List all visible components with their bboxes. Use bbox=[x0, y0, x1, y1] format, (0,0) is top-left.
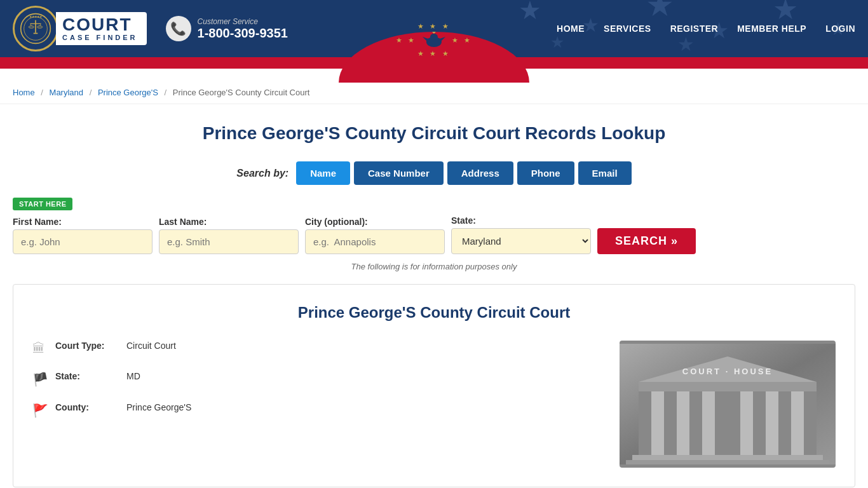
state-group: State: Maryland Alabama Alaska Virginia bbox=[451, 215, 591, 254]
customer-service: 📞 Customer Service 1-800-309-9351 bbox=[166, 16, 288, 41]
court-card: Prince George'S County Circuit Court 🏛 C… bbox=[13, 284, 855, 487]
form-row: First Name: Last Name: City (optional): … bbox=[13, 215, 855, 254]
tab-case-number[interactable]: Case Number bbox=[354, 161, 444, 185]
svg-text:COURT · HOUSE: COURT · HOUSE bbox=[682, 367, 773, 376]
court-image: COURT · HOUSE bbox=[620, 341, 836, 468]
svg-rect-31 bbox=[766, 391, 778, 455]
breadcrumb-maryland[interactable]: Maryland bbox=[50, 88, 83, 97]
logo-subtitle-text: CASE FINDER bbox=[62, 34, 138, 41]
breadcrumb-sep1: / bbox=[41, 88, 43, 97]
svg-rect-32 bbox=[791, 391, 804, 455]
county-value: Prince George'S bbox=[126, 402, 191, 412]
county-item: 🚩 County: Prince George'S bbox=[32, 402, 600, 418]
eagle-stars-left2: ★ ★ bbox=[396, 36, 416, 44]
breadcrumb-home[interactable]: Home bbox=[13, 88, 35, 97]
state-value: MD bbox=[126, 371, 140, 381]
first-name-label: First Name: bbox=[13, 217, 153, 227]
svg-line-8 bbox=[40, 24, 41, 26]
logo-text: COURT CASE FINDER bbox=[56, 12, 147, 45]
search-by-row: Search by: Name Case Number Address Phon… bbox=[13, 161, 855, 185]
phone-info: Customer Service 1-800-309-9351 bbox=[198, 17, 288, 41]
search-button[interactable]: SEARCH » bbox=[597, 228, 696, 254]
svg-text:★: ★ bbox=[550, 33, 564, 51]
court-type-label: Court Type: bbox=[55, 341, 119, 351]
svg-rect-30 bbox=[740, 391, 753, 455]
nav-home[interactable]: HOME bbox=[557, 24, 585, 34]
state-label: State: bbox=[451, 215, 591, 226]
court-house-image: COURT · HOUSE bbox=[620, 344, 836, 464]
svg-text:★: ★ bbox=[519, 0, 541, 24]
eagle-stars-left: ★ ★ ★ bbox=[396, 22, 472, 30]
first-name-group: First Name: bbox=[13, 217, 153, 254]
logo-court-text: COURT bbox=[62, 16, 138, 34]
breadcrumb-county[interactable]: Prince George'S bbox=[98, 88, 158, 97]
tab-email[interactable]: Email bbox=[578, 161, 632, 185]
customer-service-label: Customer Service bbox=[198, 17, 288, 26]
phone-number: 1-800-309-9351 bbox=[198, 26, 288, 41]
logo-area: ★★★★★ COURT CASE FINDER bbox=[13, 6, 147, 51]
nav-login[interactable]: LOGIN bbox=[825, 24, 855, 34]
state-label-detail: State: bbox=[55, 371, 119, 381]
city-group: City (optional): bbox=[305, 217, 445, 254]
nav-services[interactable]: SERVICES bbox=[604, 24, 651, 34]
svg-rect-34 bbox=[632, 455, 823, 460]
svg-text:★★★★★: ★★★★★ bbox=[29, 15, 43, 18]
court-type-icon: 🏛 bbox=[32, 341, 48, 356]
eagle-stars-right: ★ ★ bbox=[452, 36, 472, 44]
svg-marker-22 bbox=[432, 32, 436, 34]
svg-rect-35 bbox=[626, 460, 829, 464]
court-details: 🏛 Court Type: Circuit Court 🏴 State: MD … bbox=[32, 341, 600, 468]
main-nav: HOME SERVICES REGISTER MEMBER HELP LOGIN bbox=[557, 24, 855, 34]
logo-circle: ★★★★★ bbox=[13, 6, 58, 51]
search-form-area: START HERE First Name: Last Name: City (… bbox=[13, 198, 855, 254]
start-here-badge: START HERE bbox=[13, 198, 72, 210]
state-select[interactable]: Maryland Alabama Alaska Virginia bbox=[451, 228, 591, 254]
court-type-value: Circuit Court bbox=[126, 341, 176, 351]
svg-point-5 bbox=[29, 26, 34, 28]
svg-line-7 bbox=[31, 24, 32, 26]
last-name-label: Last Name: bbox=[159, 217, 299, 227]
court-card-title: Prince George'S County Circuit Court bbox=[32, 304, 836, 322]
svg-point-21 bbox=[430, 34, 438, 40]
svg-rect-25 bbox=[639, 382, 817, 391]
nav-member-help[interactable]: MEMBER HELP bbox=[737, 24, 806, 34]
eagle-stars-bottom: ★ ★ ★ bbox=[396, 50, 472, 58]
first-name-input[interactable] bbox=[13, 229, 153, 254]
svg-text:★: ★ bbox=[646, 0, 674, 23]
city-label: City (optional): bbox=[305, 217, 445, 227]
county-label: County: bbox=[55, 402, 119, 412]
court-type-item: 🏛 Court Type: Circuit Court bbox=[32, 341, 600, 356]
breadcrumb-sep2: / bbox=[90, 88, 92, 97]
city-input[interactable] bbox=[305, 229, 445, 254]
svg-text:★: ★ bbox=[677, 34, 695, 55]
phone-icon: 📞 bbox=[166, 16, 191, 41]
tab-address[interactable]: Address bbox=[447, 161, 513, 185]
info-note: The following is for information purpose… bbox=[13, 262, 855, 271]
last-name-input[interactable] bbox=[159, 229, 299, 254]
svg-point-6 bbox=[37, 26, 43, 28]
county-icon: 🚩 bbox=[32, 403, 48, 418]
svg-text:★: ★ bbox=[773, 0, 798, 25]
eagle-container: ★ ★ ★ ★ ★ ★ ★ ★ ★ ★ bbox=[396, 22, 472, 58]
logo-icon: ★★★★★ bbox=[20, 13, 51, 44]
svg-rect-24 bbox=[639, 388, 817, 458]
state-icon: 🏴 bbox=[32, 372, 48, 387]
svg-rect-3 bbox=[35, 20, 36, 33]
eagle-icon bbox=[421, 30, 447, 50]
svg-rect-9 bbox=[34, 33, 38, 34]
svg-rect-28 bbox=[677, 391, 689, 455]
search-by-label: Search by: bbox=[236, 168, 288, 179]
svg-rect-4 bbox=[31, 24, 41, 24]
tab-phone[interactable]: Phone bbox=[517, 161, 574, 185]
breadcrumb-current: Prince George'S County Circuit Court bbox=[173, 88, 310, 97]
page-title: Prince George'S County Circuit Court Rec… bbox=[13, 123, 855, 144]
court-details-row: 🏛 Court Type: Circuit Court 🏴 State: MD … bbox=[32, 341, 836, 468]
state-item: 🏴 State: MD bbox=[32, 371, 600, 387]
breadcrumb-sep3: / bbox=[165, 88, 167, 97]
svg-rect-27 bbox=[651, 391, 664, 455]
tab-name[interactable]: Name bbox=[296, 161, 350, 185]
main-content: Prince George'S County Circuit Court Rec… bbox=[0, 104, 868, 488]
nav-register[interactable]: REGISTER bbox=[670, 24, 719, 34]
svg-rect-29 bbox=[702, 391, 715, 455]
last-name-group: Last Name: bbox=[159, 217, 299, 254]
